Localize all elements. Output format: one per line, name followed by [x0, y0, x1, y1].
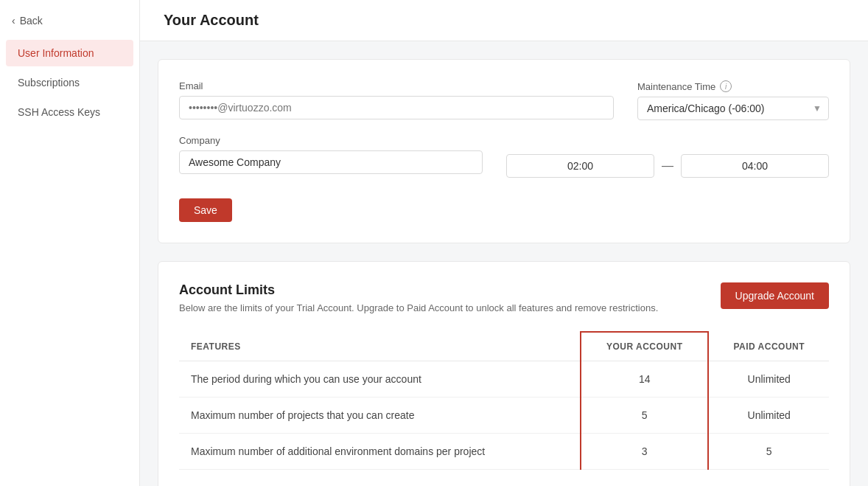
table-row: Maximum number of additional environment…	[179, 434, 829, 470]
maintenance-time-select-wrapper: America/Chicago (-06:00) America/New_Yor…	[637, 97, 829, 120]
main-content: Your Account Email Maintenance Time i	[140, 0, 868, 486]
time-start-input[interactable]	[506, 154, 654, 178]
paid-account-value-0: Unlimited	[708, 361, 829, 398]
col-your-account: YOUR ACCOUNT	[581, 332, 708, 361]
upgrade-account-button[interactable]: Upgrade Account	[721, 282, 829, 309]
maintenance-time-select[interactable]: America/Chicago (-06:00) America/New_Yor…	[637, 97, 829, 120]
time-end-input[interactable]	[681, 154, 829, 178]
user-info-card: Email Maintenance Time i America/Chicago…	[158, 59, 850, 243]
email-label: Email	[179, 80, 614, 91]
company-input[interactable]	[179, 150, 483, 174]
table-body: The period during which you can use your…	[179, 361, 829, 470]
limits-text: Account Limits Below are the limits of y…	[179, 282, 658, 313]
your-account-value-1: 5	[581, 398, 708, 434]
save-button[interactable]: Save	[179, 198, 232, 222]
sidebar-item-subscriptions[interactable]: Subscriptions	[6, 69, 133, 96]
sidebar-item-ssh-access-keys[interactable]: SSH Access Keys	[6, 99, 133, 125]
time-range: —	[506, 154, 829, 178]
page-title: Your Account	[164, 12, 259, 29]
limits-subtitle: Below are the limits of your Trial Accou…	[179, 302, 658, 313]
top-header: Your Account	[140, 0, 868, 41]
sidebar-item-user-information[interactable]: User Information	[6, 40, 133, 66]
account-limits-card: Account Limits Below are the limits of y…	[158, 261, 850, 486]
company-group: Company	[179, 135, 483, 174]
feature-name-1: Maximum number of projects that you can …	[179, 398, 581, 434]
paid-account-value-2: 5	[708, 434, 829, 470]
table-row: Maximum number of projects that you can …	[179, 398, 829, 434]
time-range-group: —	[506, 135, 829, 178]
paid-account-value-1: Unlimited	[708, 398, 829, 434]
your-account-value-0: 14	[581, 361, 708, 398]
col-features: FEATURES	[179, 332, 581, 361]
back-link[interactable]: ‹ Back	[0, 9, 139, 38]
maintenance-time-info-icon: i	[720, 80, 732, 92]
back-chevron-icon: ‹	[12, 15, 15, 27]
content-area: Email Maintenance Time i America/Chicago…	[140, 41, 868, 486]
email-input[interactable]	[179, 96, 614, 119]
your-account-value-2: 3	[581, 434, 708, 470]
limits-title: Account Limits	[179, 282, 658, 298]
limits-header: Account Limits Below are the limits of y…	[179, 282, 829, 313]
feature-name-0: The period during which you can use your…	[179, 361, 581, 398]
feature-name-2: Maximum number of additional environment…	[179, 434, 581, 470]
maintenance-time-label: Maintenance Time i	[637, 80, 829, 92]
table-header-row: FEATURES YOUR ACCOUNT PAID ACCOUNT	[179, 332, 829, 361]
limits-table: FEATURES YOUR ACCOUNT PAID ACCOUNT The p…	[179, 331, 829, 470]
table-row: The period during which you can use your…	[179, 361, 829, 398]
sidebar: ‹ Back User Information Subscriptions SS…	[0, 0, 140, 486]
maintenance-time-group: Maintenance Time i America/Chicago (-06:…	[637, 80, 829, 120]
form-row-email-maintenance: Email Maintenance Time i America/Chicago…	[179, 80, 829, 120]
email-group: Email	[179, 80, 614, 119]
col-paid-account: PAID ACCOUNT	[708, 332, 829, 361]
company-label: Company	[179, 135, 483, 146]
time-dash: —	[662, 159, 673, 173]
form-row-company-time: Company —	[179, 135, 829, 178]
back-label: Back	[20, 15, 43, 27]
